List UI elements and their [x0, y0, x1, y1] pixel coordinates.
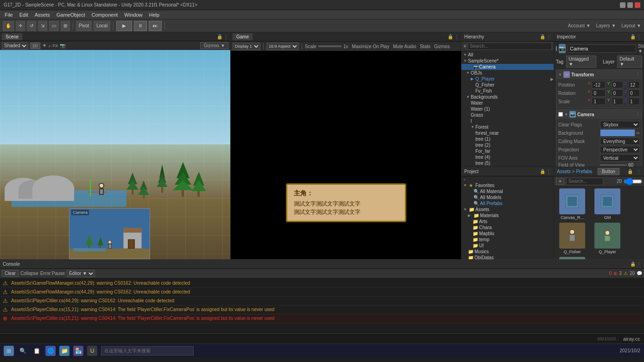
proj-assets[interactable]: ▼ 📁 Assets [462, 206, 553, 212]
scale-y-field[interactable] [612, 98, 623, 105]
pivot-btn[interactable]: Pivot [76, 21, 92, 31]
assets-add-btn[interactable]: + [556, 178, 564, 185]
assets-button[interactable]: Button [598, 168, 619, 175]
insp-tag-value[interactable]: Untagged ▼ [566, 56, 596, 68]
window-controls[interactable] [620, 2, 640, 8]
proj-all-models[interactable]: 🔍 All Models [462, 194, 553, 200]
proj-all-material[interactable]: 🔍 All Material [462, 188, 553, 194]
console-menu[interactable]: ⋮ [637, 262, 641, 267]
rotate-tool[interactable]: ↺ [27, 21, 36, 31]
fx-btn[interactable]: FX [53, 44, 58, 48]
lights-btn[interactable]: ☀ [42, 43, 47, 49]
menu-gameobject[interactable]: GameObject [54, 11, 88, 19]
taskbar-explorer-btn[interactable]: 📁 [59, 346, 69, 356]
insp-layer-value[interactable]: Default ▼ [617, 56, 642, 68]
scale-z-field[interactable] [628, 98, 640, 105]
scale-x-field[interactable] [592, 98, 606, 105]
assets-search[interactable] [566, 178, 603, 185]
tab-game[interactable]: Game [233, 33, 253, 40]
proj-favorites[interactable]: ▼ ★ Favorites [462, 182, 553, 188]
hierarchy-search[interactable] [467, 43, 552, 50]
taskbar-unity-btn[interactable]: U [87, 346, 97, 356]
asset-item-qfisher[interactable]: Q_Fisher [556, 223, 588, 254]
taskbar-task-view-btn[interactable]: 📋 [32, 346, 42, 356]
scene-menu-icon[interactable]: ⋮ [224, 34, 228, 39]
proj-ui[interactable]: 📁 UI [462, 243, 553, 249]
transform-tool[interactable]: ⊞ [61, 21, 70, 31]
asset-item-gm[interactable]: GM [591, 188, 624, 220]
hierarchy-menu[interactable]: ⋮ [546, 34, 551, 39]
culling-mask-select[interactable]: Everything [600, 137, 640, 145]
game-menu-icon[interactable]: ⋮ [455, 34, 459, 39]
h-item-samplescene[interactable]: ▼ SampleScene* [461, 58, 554, 64]
minimize-btn[interactable] [620, 2, 625, 8]
hierarchy-add-btn[interactable]: + [463, 43, 467, 50]
proj-arts[interactable]: 📁 Arts [462, 218, 553, 225]
menu-help[interactable]: Help [146, 11, 162, 19]
pause-btn[interactable]: ⏸ [134, 21, 147, 31]
rot-x-field[interactable] [592, 89, 606, 97]
menu-window[interactable]: Window [121, 11, 145, 19]
pos-z-field[interactable] [628, 81, 640, 88]
menu-component[interactable]: Component [88, 11, 120, 19]
h-item-tree1[interactable]: tree (1) [461, 136, 554, 142]
tab-scene[interactable]: Scene [2, 33, 23, 40]
stats-btn[interactable]: Stats [420, 44, 430, 49]
h-expand-q_player[interactable]: ▶ [550, 77, 554, 81]
transform-settings[interactable]: ⋮ [636, 72, 640, 77]
taskbar-store-btn[interactable]: 🏪 [73, 346, 83, 356]
console-msg-2[interactable]: ⚠ Assets\Sc\PlayerCtiller.cs(44,29): war… [1, 297, 643, 306]
asset-item-canvas[interactable]: Canvas_R... [556, 188, 588, 220]
camera-comp-header[interactable]: ▼ 📷 Camera ⋮ [556, 110, 642, 119]
taskbar-search-input[interactable] [101, 346, 194, 356]
game-gizmos-btn[interactable]: Gizmos [434, 44, 450, 49]
clear-flags-select[interactable]: Skybox [600, 121, 640, 128]
view-2d-btn[interactable]: 2D [30, 43, 40, 49]
menu-file[interactable]: File [2, 11, 16, 19]
rot-z-field[interactable] [628, 89, 640, 97]
proj-mapblu[interactable]: 📁 Mapblu [462, 231, 553, 237]
h-item-forest[interactable]: ▼ Forest [461, 124, 554, 130]
h-item-tree4[interactable]: tree (4) [461, 154, 554, 160]
maximize-btn[interactable]: Maximize On Play [352, 44, 390, 49]
taskbar-search-btn[interactable]: 🔍 [18, 346, 28, 356]
console-msg-3[interactable]: ⚠ Assets\Sc\PlayerCtiller.cs(15,21): war… [1, 306, 643, 314]
h-item-objs[interactable]: ▼ OBJs [461, 70, 554, 76]
pos-y-field[interactable] [612, 81, 623, 88]
move-tool[interactable]: ✛ [16, 21, 25, 31]
camera-settings[interactable]: ⋮ [636, 112, 640, 117]
proj-temp[interactable]: 📁 temp [462, 237, 553, 243]
close-btn[interactable] [635, 2, 640, 8]
console-msg-0[interactable]: ⚠ Assets\Sc\GameFlowManager.cs(42,29): w… [1, 279, 643, 288]
scale-slider[interactable] [318, 45, 341, 47]
rot-y-field[interactable] [612, 89, 623, 97]
display-select[interactable]: Display 1 [233, 43, 260, 50]
h-item-water[interactable]: Water [461, 100, 554, 106]
maximize-btn[interactable] [627, 2, 633, 8]
taskbar-edge-btn[interactable]: 🌐 [45, 346, 56, 356]
proj-materials[interactable]: ▶ 📁 Materials [462, 212, 553, 218]
asset-item-qplayer[interactable]: Q_Player [591, 223, 624, 254]
background-color[interactable] [600, 129, 635, 137]
console-errorpause-btn[interactable]: Error Pause [40, 271, 65, 276]
local-btn[interactable]: Local [94, 21, 110, 31]
h-item-for_far[interactable]: For_far [461, 148, 554, 154]
menu-assets[interactable]: Assets [32, 11, 53, 19]
proj-all-prefabs[interactable]: 🔍 All Prefabs [462, 200, 553, 206]
h-item-tree5[interactable]: tree (5) [461, 160, 554, 166]
rect-tool[interactable]: ▭ [49, 21, 59, 31]
proj-add-btn[interactable]: + [462, 177, 553, 182]
audio-btn[interactable]: ♪ [49, 43, 51, 48]
scale-tool[interactable]: ⇲ [38, 21, 47, 31]
insp-static-label[interactable]: Static ▼ [638, 44, 644, 54]
console-collapse-btn[interactable]: Collapse [20, 271, 38, 276]
background-edit-icon[interactable]: ✏ [636, 131, 640, 136]
h-item-fv_fish[interactable]: Fv_Fish [461, 88, 554, 94]
transform-header[interactable]: ▼ ↔ Transform ⋮ [556, 70, 642, 79]
fov-slider[interactable] [600, 164, 627, 166]
console-msg-4[interactable]: ⊗ Assets\Sc\PlayerCtiller.cs(15,21): war… [1, 314, 643, 323]
h-item-l[interactable]: l [461, 118, 554, 124]
proj-musics[interactable]: 📁 Musics [462, 249, 553, 255]
project-menu[interactable]: ⋮ [546, 169, 551, 174]
scene-cam-btn[interactable]: 📷 [60, 43, 65, 48]
